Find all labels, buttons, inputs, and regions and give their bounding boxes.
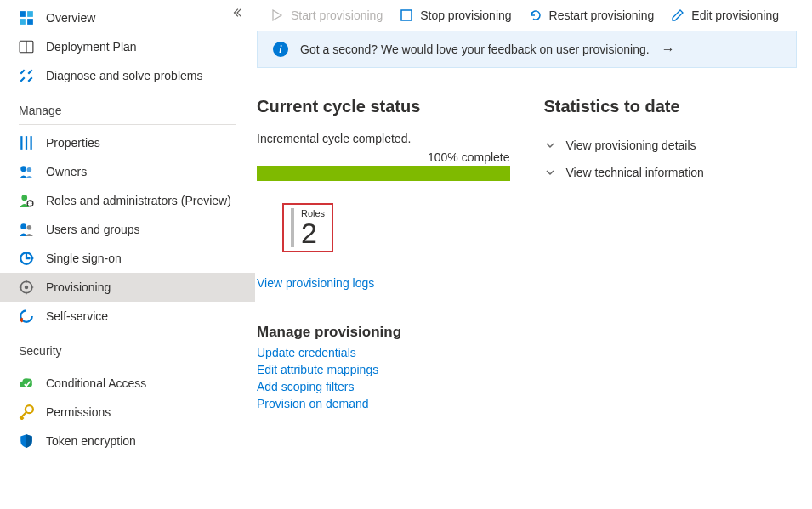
edit-provisioning-button[interactable]: Edit provisioning	[671, 8, 779, 22]
banner-text: Got a second? We would love your feedbac…	[300, 42, 650, 56]
collapse-sidebar-button[interactable]	[231, 7, 243, 21]
toolbar-label: Start provisioning	[291, 8, 383, 22]
svg-point-13	[20, 223, 26, 229]
properties-icon	[19, 135, 34, 150]
progress-label: 100% complete	[257, 150, 510, 164]
sidebar-item-deployment-plan[interactable]: Deployment Plan	[0, 32, 255, 61]
owners-icon	[19, 164, 34, 179]
sidebar-item-overview[interactable]: Overview	[0, 3, 255, 32]
feedback-banner[interactable]: i Got a second? We would love your feedb…	[257, 31, 797, 68]
toolbar-label: Restart provisioning	[549, 8, 655, 22]
svg-point-19	[26, 405, 33, 413]
svg-point-18	[20, 310, 32, 322]
sidebar-item-label: Permissions	[46, 405, 111, 419]
sidebar-item-label: Diagnose and solve problems	[46, 69, 202, 82]
sidebar-item-permissions[interactable]: Permissions	[0, 398, 255, 427]
cycle-heading: Current cycle status	[257, 97, 510, 116]
svg-rect-7	[26, 136, 27, 150]
section-header-manage: Manage	[0, 90, 255, 121]
divider	[19, 365, 236, 365]
svg-rect-1	[27, 11, 33, 17]
view-provisioning-logs-link[interactable]: View provisioning logs	[257, 276, 510, 290]
arrow-right-icon: →	[662, 42, 675, 57]
sidebar-item-roles-admins[interactable]: Roles and administrators (Preview)	[0, 186, 255, 215]
chevron-down-icon	[544, 139, 556, 151]
sidebar-item-label: Conditional Access	[46, 376, 146, 390]
svg-point-10	[27, 167, 32, 172]
svg-rect-3	[27, 19, 33, 25]
toolbar-label: Edit provisioning	[691, 8, 779, 22]
provision-on-demand-link[interactable]: Provision on demand	[257, 397, 510, 410]
sidebar-item-label: Roles and administrators (Preview)	[46, 194, 231, 207]
info-icon: i	[273, 42, 288, 57]
progress-bar	[257, 166, 510, 181]
diagnose-icon	[19, 68, 34, 83]
svg-point-14	[27, 225, 32, 230]
roles-count: 2	[301, 218, 325, 247]
view-technical-info-toggle[interactable]: View technical information	[544, 159, 798, 186]
sidebar-item-label: Provisioning	[46, 280, 111, 294]
svg-point-11	[21, 195, 27, 201]
cycle-status-panel: Current cycle status Incremental cycle c…	[257, 97, 510, 414]
sidebar-item-properties[interactable]: Properties	[0, 128, 255, 157]
stats-heading: Statistics to date	[544, 97, 798, 116]
chevron-down-icon	[544, 167, 556, 178]
sidebar-item-label: Token encryption	[46, 434, 136, 448]
svg-rect-2	[20, 19, 26, 25]
permissions-icon	[19, 404, 34, 420]
stop-provisioning-button[interactable]: Stop provisioning	[400, 8, 511, 22]
cycle-status-text: Incremental cycle completed.	[257, 132, 510, 145]
sidebar-item-conditional-access[interactable]: Conditional Access	[0, 369, 255, 398]
toolbar: Start provisioning Stop provisioning Res…	[255, 0, 797, 31]
sidebar-item-provisioning[interactable]: Provisioning	[0, 273, 255, 302]
overview-icon	[19, 10, 34, 25]
divider	[19, 124, 236, 125]
sidebar-item-token-encryption[interactable]: Token encryption	[0, 427, 255, 455]
section-header-security: Security	[0, 331, 255, 361]
statistics-panel: Statistics to date View provisioning det…	[544, 97, 798, 414]
sidebar-item-label: Deployment Plan	[46, 40, 137, 54]
svg-rect-20	[401, 10, 412, 20]
users-groups-icon	[19, 222, 34, 237]
sidebar-item-label: Users and groups	[46, 223, 140, 236]
add-scoping-filters-link[interactable]: Add scoping filters	[257, 380, 510, 393]
conditional-access-icon	[19, 376, 34, 391]
roles-count-tile[interactable]: Roles 2	[282, 203, 333, 252]
provisioning-icon	[19, 280, 34, 295]
svg-rect-0	[20, 11, 26, 17]
sidebar-item-label: Overview	[46, 11, 95, 25]
sidebar: Overview Deployment Plan Diagnose and so…	[0, 0, 255, 509]
sidebar-item-label: Owners	[46, 165, 87, 178]
shield-icon	[19, 433, 34, 449]
book-icon	[19, 39, 34, 54]
stat-label: View technical information	[566, 166, 704, 179]
sidebar-item-label: Self-service	[46, 309, 108, 323]
restart-provisioning-button[interactable]: Restart provisioning	[529, 8, 655, 22]
stop-icon	[400, 8, 413, 22]
edit-attribute-mappings-link[interactable]: Edit attribute mappings	[257, 363, 510, 376]
update-credentials-link[interactable]: Update credentials	[257, 346, 510, 359]
roles-admins-icon	[19, 193, 34, 208]
play-icon	[270, 8, 284, 22]
svg-rect-6	[20, 136, 22, 150]
sidebar-item-label: Properties	[46, 136, 100, 150]
svg-point-9	[20, 166, 26, 172]
svg-rect-8	[31, 136, 32, 150]
stat-label: View provisioning details	[566, 139, 696, 152]
toolbar-label: Stop provisioning	[420, 8, 511, 22]
sidebar-item-diagnose[interactable]: Diagnose and solve problems	[0, 61, 255, 90]
sidebar-item-sso[interactable]: Single sign-on	[0, 244, 255, 273]
manage-prov-heading: Manage provisioning	[257, 324, 510, 341]
sidebar-item-owners[interactable]: Owners	[0, 157, 255, 186]
edit-icon	[671, 8, 684, 22]
sidebar-item-users-groups[interactable]: Users and groups	[0, 215, 255, 244]
self-service-icon	[19, 308, 34, 324]
svg-point-17	[25, 286, 29, 290]
view-provisioning-details-toggle[interactable]: View provisioning details	[544, 132, 798, 159]
start-provisioning-button: Start provisioning	[270, 8, 383, 22]
sidebar-item-label: Single sign-on	[46, 252, 122, 265]
restart-icon	[529, 8, 542, 22]
main-content: Start provisioning Stop provisioning Res…	[255, 0, 812, 509]
sidebar-item-self-service[interactable]: Self-service	[0, 302, 255, 331]
sso-icon	[19, 251, 34, 266]
